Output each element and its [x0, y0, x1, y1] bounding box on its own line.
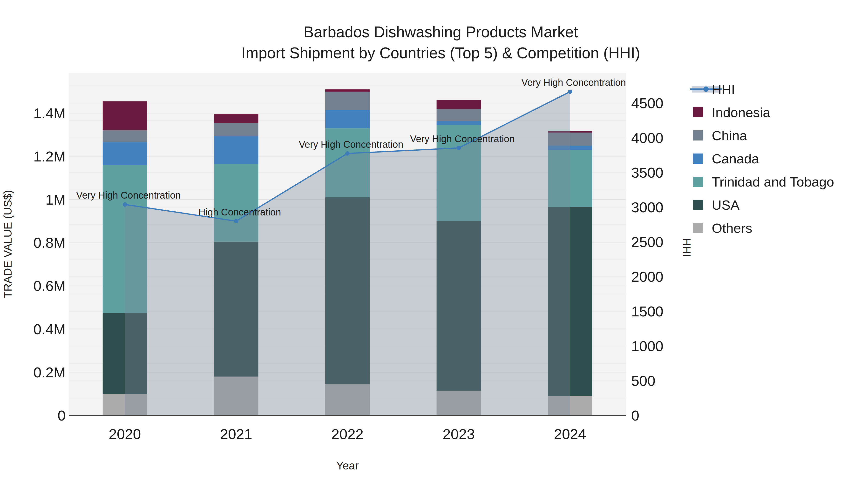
legend-label: Trinidad and Tobago	[712, 174, 834, 189]
chart-figure: Very High ConcentrationHigh Concentratio…	[0, 0, 868, 488]
bar-segment-canada-2021[interactable]	[214, 136, 258, 164]
legend-item-hhi[interactable]: HHI	[690, 82, 735, 97]
y-right-tick-label: 2000	[631, 269, 663, 285]
bar-segment-china-2021[interactable]	[214, 123, 258, 136]
y-right-tick-label: 3500	[631, 165, 663, 181]
legend-label: HHI	[712, 82, 735, 97]
legend-item-others[interactable]: Others	[693, 221, 752, 236]
y-right-tick-label: 0	[631, 408, 639, 424]
hhi-annotation-2024: Very High Concentration	[521, 77, 626, 88]
y-left-tick-label: 0.6M	[33, 278, 66, 294]
legend-item-china[interactable]: China	[693, 128, 747, 143]
legend-item-indonesia[interactable]: Indonesia	[693, 105, 771, 120]
hhi-annotation-2021: High Concentration	[198, 207, 281, 217]
legend-item-canada[interactable]: Canada	[693, 151, 759, 166]
legend-marker-icon	[703, 87, 709, 92]
y-right-tick-label: 4000	[631, 130, 663, 146]
legend-label: China	[712, 128, 747, 143]
legend-label: Canada	[712, 151, 759, 166]
bar-segment-indonesia-2020[interactable]	[103, 101, 147, 130]
legend-label: USA	[712, 197, 740, 213]
x-axis-title: Year	[336, 459, 359, 472]
legend-label: Others	[712, 221, 752, 236]
y-left-tick-label: 0.8M	[33, 235, 66, 251]
legend-label: Indonesia	[712, 105, 771, 120]
chart-title-line2: Import Shipment by Countries (Top 5) & C…	[241, 44, 640, 62]
y-right-tick-label: 3000	[631, 199, 663, 216]
legend-swatch	[693, 130, 703, 140]
y-right-tick-label: 1500	[631, 303, 663, 320]
y-left-axis-title: TRADE VALUE (US$)	[1, 190, 14, 298]
hhi-marker-2023[interactable]	[457, 146, 461, 150]
hhi-marker-2024[interactable]	[568, 89, 572, 94]
bar-segment-china-2023[interactable]	[437, 109, 481, 121]
legend-swatch	[693, 177, 703, 187]
y-right-tick-label: 2500	[631, 234, 663, 250]
hhi-annotation-2020: Very High Concentration	[76, 190, 181, 200]
bar-segment-china-2020[interactable]	[103, 130, 147, 142]
hhi-annotation-2023: Very High Concentration	[410, 133, 515, 144]
hhi-marker-2021[interactable]	[234, 219, 238, 223]
hhi-annotation-2022: Very High Concentration	[299, 139, 403, 150]
bar-segment-canada-2020[interactable]	[103, 142, 147, 165]
y-left-tick-label: 1M	[45, 192, 66, 208]
chart-title-line1: Barbados Dishwashing Products Market	[304, 23, 578, 41]
y-left-tick-label: 0.4M	[33, 321, 66, 337]
x-tick-label: 2023	[443, 426, 475, 442]
bar-segment-canada-2023[interactable]	[437, 121, 481, 125]
legend-item-trinidad-and-tobago[interactable]: Trinidad and Tobago	[693, 174, 834, 189]
y-right-tick-label: 500	[631, 373, 655, 389]
x-tick-label: 2021	[220, 426, 252, 442]
y-right-tick-label: 4500	[631, 95, 663, 111]
y-left-tick-label: 1.2M	[33, 149, 66, 165]
chart-canvas: Very High ConcentrationHigh Concentratio…	[0, 0, 868, 488]
legend-swatch	[693, 107, 703, 117]
x-tick-label: 2022	[331, 426, 363, 442]
legend-swatch	[693, 154, 703, 164]
bar-segment-indonesia-2021[interactable]	[214, 114, 258, 123]
y-left-tick-label: 0.2M	[33, 364, 66, 381]
bar-segment-indonesia-2023[interactable]	[437, 100, 481, 109]
hhi-marker-2020[interactable]	[123, 202, 127, 206]
legend-item-usa[interactable]: USA	[693, 197, 740, 213]
y-right-axis-title: HHI	[680, 238, 693, 257]
y-right-tick-label: 1000	[631, 338, 663, 354]
x-tick-label: 2024	[554, 426, 586, 442]
hhi-marker-2022[interactable]	[345, 151, 350, 156]
legend-swatch	[693, 223, 703, 233]
bar-segment-china-2022[interactable]	[325, 92, 370, 110]
x-tick-label: 2020	[109, 426, 141, 442]
y-left-tick-label: 1.4M	[33, 105, 66, 122]
legend-swatch	[693, 200, 703, 210]
bar-segment-indonesia-2022[interactable]	[325, 89, 370, 92]
y-left-tick-label: 0	[58, 408, 66, 424]
bar-segment-canada-2022[interactable]	[325, 110, 370, 128]
